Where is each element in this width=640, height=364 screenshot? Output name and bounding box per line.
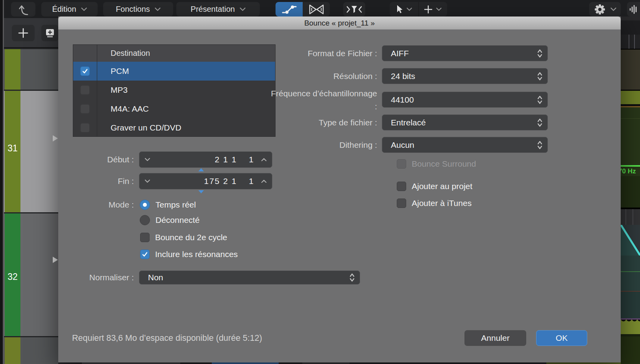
realtime-radio[interactable] xyxy=(140,200,150,210)
destination-row-label: PCM xyxy=(97,66,129,76)
background-workspace-right: 70 Hz xyxy=(621,17,640,364)
end-position-stepper[interactable]: 175 2 1 1 xyxy=(139,173,272,189)
pointer-tool-icon xyxy=(396,5,403,14)
disclosure-triangle-icon[interactable] xyxy=(53,135,58,142)
track-row-32[interactable]: 32 xyxy=(4,212,58,336)
track-number: 31 xyxy=(5,143,20,154)
add-to-project-option[interactable]: Ajouter au projet xyxy=(397,182,472,191)
destination-row-label: Graver un CD/DVD xyxy=(97,123,181,132)
catch-playhead-icon xyxy=(346,5,363,14)
dithering-value: Aucun xyxy=(391,140,414,150)
add-to-project-checkbox[interactable] xyxy=(397,182,406,191)
destination-row-pcm[interactable]: PCM xyxy=(73,62,275,81)
destination-header-label: Destination xyxy=(97,49,150,58)
track-row-partial-bottom[interactable] xyxy=(4,336,58,364)
dithering-dropdown[interactable]: Aucun xyxy=(382,137,548,153)
chevron-down-icon xyxy=(155,7,161,11)
checkmark-icon xyxy=(142,251,148,257)
include-tails-label: Inclure les résonances xyxy=(155,250,238,259)
menu-fonctions[interactable]: Fonctions xyxy=(103,2,173,17)
chevron-up-icon[interactable] xyxy=(261,180,266,183)
destination-row-label: MP3 xyxy=(97,85,128,95)
add-track-button[interactable] xyxy=(12,25,35,41)
include-tails-option[interactable]: Inclure les résonances xyxy=(140,250,238,259)
start-position-stepper[interactable]: 2 1 1 1 xyxy=(139,151,272,168)
dialog-title-bar[interactable]: Bounce « projet_11 » xyxy=(58,17,621,29)
track-row-partial-top[interactable] xyxy=(4,48,58,90)
pointer-tool-button[interactable] xyxy=(390,2,419,17)
track-color-strip xyxy=(5,337,20,364)
destination-table-header: Destination xyxy=(73,45,275,62)
sample-rate-dropdown[interactable]: 44100 xyxy=(382,92,548,108)
pcm-checkbox[interactable] xyxy=(80,66,90,76)
select-chevrons-icon xyxy=(537,72,543,81)
add-to-project-label: Ajouter au projet xyxy=(412,182,472,191)
track-header-toolbar xyxy=(4,18,58,48)
add-region-button[interactable] xyxy=(41,25,58,41)
settings-button[interactable] xyxy=(589,2,621,17)
destination-row-label: M4A: AAC xyxy=(97,104,149,114)
destination-row-cddvd[interactable]: Graver un CD/DVD xyxy=(73,118,275,137)
include-tails-checkbox[interactable] xyxy=(140,250,150,259)
chevron-down-icon xyxy=(610,7,616,11)
second-cycle-option[interactable]: Bounce du 2e cycle xyxy=(140,233,227,242)
m4a-checkbox[interactable] xyxy=(80,104,90,114)
second-cycle-label: Bounce du 2e cycle xyxy=(155,233,227,242)
level-meter-button[interactable] xyxy=(627,2,640,17)
eq-curve-strip xyxy=(621,225,640,256)
add-to-itunes-option[interactable]: Ajouter à iTunes xyxy=(397,199,472,208)
destination-table: Destination PCM MP3 M4A: AAC Graver un C… xyxy=(73,44,276,137)
mp3-checkbox[interactable] xyxy=(80,85,90,95)
offline-radio[interactable] xyxy=(140,215,150,225)
bounce-surround-checkbox xyxy=(397,159,406,169)
cddvd-checkbox[interactable] xyxy=(80,123,90,132)
end-value-main[interactable]: 175 2 1 xyxy=(204,176,237,186)
file-type-dropdown[interactable]: Entrelacé xyxy=(382,114,548,131)
flex-toggle-button[interactable] xyxy=(303,2,330,17)
disclosure-triangle-icon[interactable] xyxy=(53,257,58,263)
menu-presentation[interactable]: Présentation xyxy=(176,2,260,17)
chevron-down-icon[interactable] xyxy=(145,158,150,161)
normalize-label: Normaliser : xyxy=(66,270,134,285)
chevron-down-icon xyxy=(81,7,87,11)
mode-offline-option[interactable]: Déconnecté xyxy=(140,215,200,225)
normalize-dropdown[interactable]: Non xyxy=(139,270,360,285)
second-cycle-checkbox[interactable] xyxy=(140,233,150,242)
crosshair-tool-button[interactable] xyxy=(419,2,448,17)
chevron-up-icon[interactable] xyxy=(261,158,266,161)
automation-toggle-button[interactable] xyxy=(276,2,303,17)
mode-realtime-option[interactable]: Temps réel xyxy=(140,200,196,210)
select-chevrons-icon xyxy=(537,95,543,105)
chevron-down-icon[interactable] xyxy=(145,180,150,183)
catch-playhead-button[interactable] xyxy=(343,2,365,17)
offline-label: Déconnecté xyxy=(155,215,200,225)
ok-button[interactable]: OK xyxy=(536,330,587,346)
start-value-ticks[interactable]: 1 xyxy=(249,155,254,164)
file-format-dropdown[interactable]: AIFF xyxy=(382,45,548,61)
start-label: Début : xyxy=(82,151,134,168)
audio-region xyxy=(621,50,640,90)
destination-row-mp3[interactable]: MP3 xyxy=(73,81,275,99)
mode-label: Mode : xyxy=(82,200,134,210)
start-value-main[interactable]: 2 1 1 xyxy=(215,155,237,164)
undo-button[interactable] xyxy=(11,2,35,17)
add-to-itunes-checkbox[interactable] xyxy=(397,199,406,208)
menu-presentation-label: Présentation xyxy=(191,5,235,14)
cancel-button[interactable]: Annuler xyxy=(464,330,526,346)
window-left-edge xyxy=(0,0,4,364)
menu-edition[interactable]: Édition xyxy=(41,2,98,17)
normalize-value: Non xyxy=(148,273,163,282)
file-type-value: Entrelacé xyxy=(391,118,426,127)
eq-frequency-label: 70 Hz xyxy=(618,167,640,175)
plugin-header-strip xyxy=(621,209,640,225)
eq-analyzer-region xyxy=(621,107,640,165)
end-value-ticks[interactable]: 1 xyxy=(249,176,254,186)
gear-icon xyxy=(594,4,606,15)
resolution-dropdown[interactable]: 24 bits xyxy=(382,68,548,84)
track-row-31[interactable]: 31 xyxy=(4,90,58,212)
ruler-strip xyxy=(621,35,640,49)
tool-selector-group xyxy=(390,2,447,17)
destination-row-m4a[interactable]: M4A: AAC xyxy=(73,99,275,118)
select-chevrons-icon xyxy=(537,49,543,58)
bounce-surround-label: Bounce Surround xyxy=(412,159,476,169)
